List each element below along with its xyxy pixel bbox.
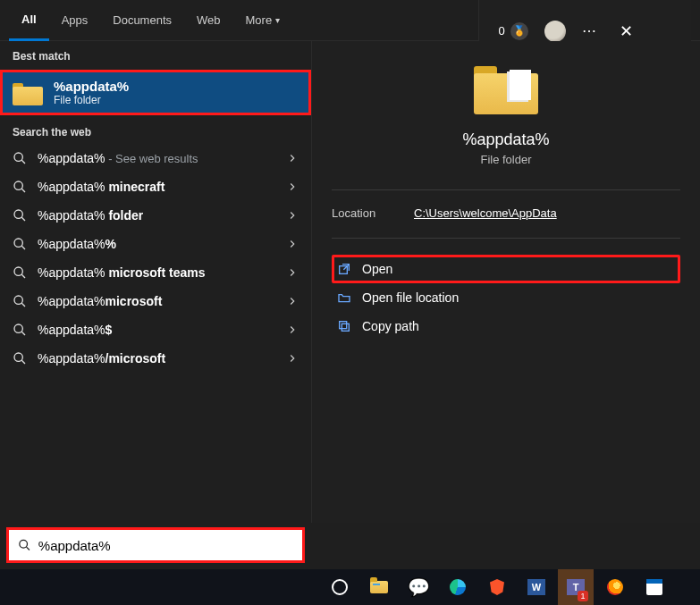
svg-line-17 xyxy=(343,265,349,270)
search-icon xyxy=(18,538,31,552)
chevron-right-icon xyxy=(286,324,299,336)
chevron-right-icon xyxy=(286,352,299,365)
svg-point-2 xyxy=(14,181,22,189)
chevron-right-icon xyxy=(286,266,299,279)
search-scope-tabs: All Apps Documents Web More▾ 0 🏅 ⋯ ✕ xyxy=(0,0,700,41)
tab-web[interactable]: Web xyxy=(184,0,233,41)
search-icon xyxy=(13,294,27,308)
section-best-match: Best match xyxy=(0,41,311,70)
preview-subtitle: File folder xyxy=(480,153,531,166)
tab-documents[interactable]: Documents xyxy=(100,0,184,41)
svg-line-3 xyxy=(21,189,25,192)
svg-point-6 xyxy=(14,239,22,247)
rewards-points[interactable]: 0 🏅 xyxy=(499,22,528,40)
web-result[interactable]: %appdata%/microsoft xyxy=(0,344,311,373)
cortana-icon xyxy=(332,579,348,595)
svg-line-7 xyxy=(21,246,25,249)
svg-point-20 xyxy=(20,540,28,548)
svg-rect-19 xyxy=(340,322,347,329)
chevron-right-icon xyxy=(286,181,299,193)
search-icon xyxy=(13,180,27,194)
web-result[interactable]: %appdata% microsoft teams xyxy=(0,258,311,287)
svg-line-5 xyxy=(21,217,25,221)
location-link[interactable]: C:\Users\welcome\AppData xyxy=(414,206,557,220)
brave-icon xyxy=(490,579,504,595)
taskbar-cortana[interactable] xyxy=(322,569,358,605)
taskbar: 💬 W T1 xyxy=(0,569,700,605)
folder-icon xyxy=(13,80,43,105)
web-result[interactable]: %appdata% folder xyxy=(0,201,311,230)
web-result[interactable]: %appdata% - See web results xyxy=(0,144,311,172)
preview-panel: %appdata% File folder Location C:\Users\… xyxy=(311,41,700,523)
location-label: Location xyxy=(332,206,414,220)
tab-apps[interactable]: Apps xyxy=(49,0,101,41)
svg-line-13 xyxy=(21,332,25,335)
chevron-right-icon xyxy=(286,209,299,222)
taskbar-whatsapp[interactable]: 💬 xyxy=(401,569,436,605)
section-search-web: Search the web xyxy=(0,115,311,144)
action-copy-path[interactable]: Copy path xyxy=(332,312,680,340)
action-open[interactable]: Open xyxy=(332,255,680,283)
svg-point-12 xyxy=(14,324,22,332)
svg-point-0 xyxy=(14,153,22,161)
chevron-right-icon xyxy=(286,238,299,250)
svg-point-10 xyxy=(14,296,22,304)
search-icon xyxy=(13,208,27,223)
close-button[interactable]: ✕ xyxy=(614,18,638,45)
svg-point-14 xyxy=(14,353,22,361)
file-explorer-icon xyxy=(370,581,388,593)
medal-icon: 🏅 xyxy=(510,22,528,40)
taskbar-firefox[interactable] xyxy=(597,569,633,605)
tab-all[interactable]: All xyxy=(9,0,49,41)
search-box[interactable] xyxy=(9,530,302,560)
taskbar-edge[interactable] xyxy=(440,569,476,605)
taskbar-calendar[interactable] xyxy=(637,569,672,605)
best-match-subtitle: File folder xyxy=(54,94,129,106)
svg-line-15 xyxy=(21,360,25,364)
taskbar-file-explorer[interactable] xyxy=(361,569,397,605)
user-avatar[interactable] xyxy=(544,21,566,42)
taskbar-teams[interactable]: T1 xyxy=(558,569,594,605)
search-icon xyxy=(13,323,27,337)
svg-line-1 xyxy=(21,160,25,164)
firefox-icon xyxy=(607,579,623,595)
svg-line-11 xyxy=(21,303,25,307)
word-icon: W xyxy=(527,579,545,595)
caret-down-icon: ▾ xyxy=(275,15,280,25)
best-match-title: %appdata% xyxy=(54,79,129,94)
chevron-right-icon xyxy=(286,152,299,164)
search-input[interactable] xyxy=(38,538,293,553)
folder-open-icon xyxy=(337,290,351,305)
svg-line-21 xyxy=(27,547,30,550)
search-icon xyxy=(13,265,27,280)
open-icon xyxy=(337,262,351,276)
web-result[interactable]: %appdata%% xyxy=(0,230,311,258)
notification-badge: 1 xyxy=(578,591,588,601)
action-open-file-location[interactable]: Open file location xyxy=(332,283,680,312)
taskbar-brave[interactable] xyxy=(479,569,515,605)
svg-point-8 xyxy=(14,267,22,275)
web-result[interactable]: %appdata% minecraft xyxy=(0,172,311,201)
chevron-right-icon xyxy=(286,295,299,307)
results-panel: Best match %appdata% File folder Search … xyxy=(0,41,311,523)
svg-point-4 xyxy=(14,210,22,218)
preview-title: %appdata% xyxy=(462,130,549,149)
more-options-button[interactable]: ⋯ xyxy=(582,22,598,39)
search-icon xyxy=(13,351,27,366)
web-result[interactable]: %appdata%$ xyxy=(0,315,311,344)
edge-icon xyxy=(450,579,466,595)
svg-line-9 xyxy=(21,274,25,278)
taskbar-word[interactable]: W xyxy=(519,569,554,605)
calendar-icon xyxy=(646,579,662,595)
whatsapp-icon: 💬 xyxy=(408,576,430,598)
copy-icon xyxy=(337,319,351,333)
svg-rect-18 xyxy=(342,324,349,331)
folder-icon xyxy=(474,63,538,114)
search-icon xyxy=(13,151,27,165)
best-match-item[interactable]: %appdata% File folder xyxy=(0,70,311,115)
search-icon xyxy=(13,237,27,251)
web-result[interactable]: %appdata%microsoft xyxy=(0,287,311,315)
tab-more[interactable]: More▾ xyxy=(233,0,293,41)
